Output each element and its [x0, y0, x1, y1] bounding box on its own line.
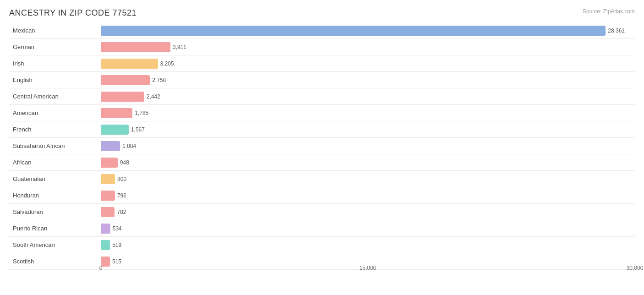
bar-row: English2,758 — [9, 72, 635, 88]
bar-row: African948 — [9, 154, 635, 171]
bar-track: 796 — [101, 187, 635, 203]
bar: 3,205 — [101, 59, 158, 69]
bar-row: Guatemalan800 — [9, 171, 635, 187]
bar-row: Honduran796 — [9, 187, 635, 204]
bar-row: South American519 — [9, 237, 635, 253]
bar: 2,758 — [101, 75, 150, 85]
bar-value: 948 — [120, 159, 129, 166]
bar-row: American1,785 — [9, 105, 635, 121]
bar-track: 519 — [101, 237, 635, 253]
chart-container: ANCESTRY IN ZIP CODE 77521 Source: ZipAt… — [0, 0, 644, 295]
bar-label: German — [9, 44, 101, 50]
bar-value: 782 — [117, 209, 126, 215]
bar-row: Puerto Rican534 — [9, 220, 635, 237]
bar-value: 1,567 — [131, 126, 145, 133]
bar-row: German3,911 — [9, 39, 635, 55]
bar-track: 28,361 — [101, 22, 635, 38]
bar: 534 — [101, 224, 110, 234]
bar-label: Mexican — [9, 27, 101, 34]
grid-line — [635, 22, 635, 271]
bar-label: Salvadoran — [9, 208, 101, 215]
bar: 2,442 — [101, 92, 144, 102]
bar: 519 — [101, 240, 110, 250]
bar-label: South American — [9, 241, 101, 248]
bar-row: Mexican28,361 — [9, 22, 635, 39]
bar: 28,361 — [101, 26, 606, 36]
bars-area: Mexican28,361German3,911Irish3,205Englis… — [9, 22, 635, 271]
bar: 1,084 — [101, 141, 120, 151]
bar-track: 534 — [101, 220, 635, 236]
bar: 800 — [101, 174, 115, 184]
bar: 796 — [101, 191, 115, 201]
bar-label: English — [9, 76, 101, 83]
bar-value: 2,758 — [152, 77, 166, 83]
bar-value: 534 — [113, 225, 122, 232]
bar: 1,567 — [101, 125, 129, 135]
bar-row: Salvadoran782 — [9, 204, 635, 220]
bar-label: Irish — [9, 60, 101, 67]
bar: 1,785 — [101, 108, 132, 118]
bar-value: 800 — [117, 176, 126, 182]
bar-track: 515 — [101, 253, 635, 269]
bar: 515 — [101, 257, 110, 267]
bar-track: 1,785 — [101, 105, 635, 121]
bar-track: 800 — [101, 171, 635, 187]
bar-track: 1,567 — [101, 121, 635, 137]
bar-track: 3,911 — [101, 39, 635, 55]
bar-track: 1,084 — [101, 138, 635, 154]
chart-area: Mexican28,361German3,911Irish3,205Englis… — [9, 22, 635, 281]
bar-label: American — [9, 109, 101, 116]
bar-label: Guatemalan — [9, 175, 101, 182]
bar-value: 28,361 — [608, 27, 625, 34]
bar-track: 948 — [101, 154, 635, 170]
bar-value: 2,442 — [147, 93, 160, 100]
bar-value: 3,911 — [173, 44, 186, 50]
bar-label: Puerto Rican — [9, 225, 101, 232]
bar: 948 — [101, 158, 118, 168]
chart-title: ANCESTRY IN ZIP CODE 77521 — [9, 8, 635, 18]
bar-value: 3,205 — [160, 60, 174, 67]
bar: 3,911 — [101, 42, 170, 52]
bar-label: Scottish — [9, 258, 101, 265]
bar-track: 782 — [101, 204, 635, 220]
bar-row: French1,567 — [9, 121, 635, 138]
bar-label: French — [9, 126, 101, 133]
bar-row: Central American2,442 — [9, 88, 635, 105]
bar-value: 796 — [117, 192, 126, 199]
bar-label: Central American — [9, 93, 101, 100]
bar-row: Scottish515 — [9, 253, 635, 270]
bar-value: 515 — [112, 258, 121, 265]
bar-track: 2,442 — [101, 88, 635, 104]
bar-track: 3,205 — [101, 55, 635, 71]
bar-value: 519 — [112, 242, 121, 248]
source-text: Source: ZipAtlas.com — [583, 8, 635, 15]
bar-label: Subsaharan African — [9, 142, 101, 149]
bar-label: Honduran — [9, 192, 101, 199]
bar-row: Subsaharan African1,084 — [9, 138, 635, 154]
bar-track: 2,758 — [101, 72, 635, 88]
bar: 782 — [101, 207, 115, 217]
bar-label: African — [9, 159, 101, 166]
bar-value: 1,785 — [135, 110, 148, 116]
bar-value: 1,084 — [122, 143, 136, 149]
bar-row: Irish3,205 — [9, 55, 635, 72]
